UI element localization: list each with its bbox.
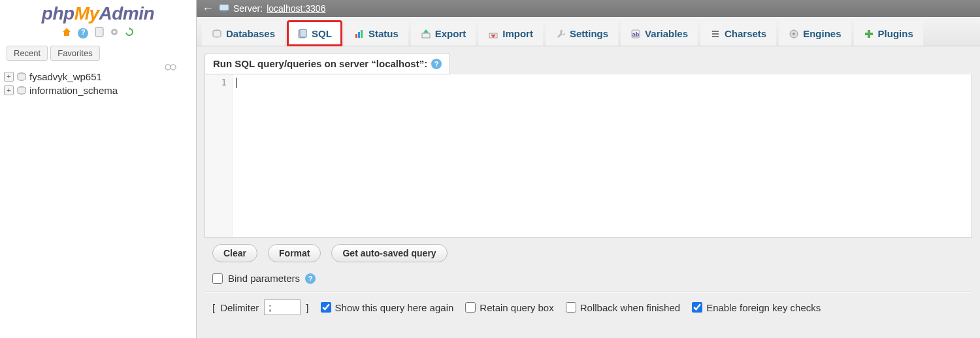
- svg-point-6: [171, 65, 176, 70]
- tab-label: Engines: [803, 28, 841, 39]
- delimiter-input[interactable]: [264, 300, 301, 315]
- svg-point-27: [792, 33, 795, 35]
- tree-item-db[interactable]: + fysadvyk_wp651: [4, 70, 192, 84]
- opt-retain[interactable]: Retain query box: [465, 302, 553, 313]
- sql-editor[interactable]: 1: [204, 74, 972, 238]
- database-icon: [16, 85, 27, 96]
- collapse-icon[interactable]: [165, 63, 176, 72]
- tab-plugins[interactable]: Plugins: [854, 21, 923, 46]
- logo-part-php: php: [42, 3, 74, 23]
- server-label-prefix: Server:: [233, 3, 263, 14]
- text-cursor: [237, 78, 237, 88]
- tab-import[interactable]: Import: [478, 21, 543, 46]
- tab-variables[interactable]: ab Variables: [621, 21, 698, 46]
- get-autosaved-button[interactable]: Get auto-saved query: [331, 244, 447, 262]
- tab-charsets[interactable]: Charsets: [700, 21, 776, 46]
- reload-icon[interactable]: [124, 27, 135, 39]
- gear-icon[interactable]: [109, 27, 120, 39]
- svg-rect-13: [300, 29, 306, 37]
- delimiter-group: [ Delimiter ]: [212, 300, 309, 315]
- svg-rect-10: [222, 11, 226, 12]
- svg-rect-16: [361, 30, 363, 38]
- sql-panel: Run SQL query/queries on server “localho…: [197, 46, 980, 338]
- opt-label: Retain query box: [480, 302, 553, 313]
- line-number: 1: [221, 77, 227, 87]
- tab-engines[interactable]: Engines: [779, 21, 851, 46]
- database-icon: [212, 29, 222, 39]
- tab-sql[interactable]: SQL: [287, 21, 342, 46]
- svg-rect-14: [355, 34, 357, 38]
- panel-heading-text: Run SQL query/queries on server “localho…: [213, 58, 427, 69]
- logo[interactable]: phpMyAdmin: [0, 0, 196, 25]
- fk-checkbox[interactable]: [692, 302, 702, 313]
- tab-databases[interactable]: Databases: [202, 21, 285, 46]
- opt-foreign-key[interactable]: Enable foreign key checks: [692, 302, 821, 313]
- tab-label: Settings: [570, 28, 608, 39]
- sql-icon: [297, 29, 308, 39]
- logo-part-admin: Admin: [99, 3, 155, 23]
- svg-rect-1: [95, 27, 103, 37]
- tab-export[interactable]: Export: [411, 21, 476, 46]
- tab-label: Export: [435, 28, 466, 39]
- panel-heading: Run SQL query/queries on server “localho…: [204, 53, 450, 74]
- recent-button[interactable]: Recent: [7, 46, 48, 61]
- expand-icon[interactable]: +: [4, 85, 14, 95]
- delimiter-label: Delimiter: [220, 302, 259, 313]
- help-icon[interactable]: ?: [305, 273, 316, 284]
- tree-item-db[interactable]: + information_schema: [4, 84, 192, 97]
- bracket-open: [: [212, 302, 215, 313]
- svg-point-3: [113, 31, 116, 33]
- editor-gutter: 1: [205, 74, 233, 237]
- sidebar-toolbar: ?: [0, 25, 196, 43]
- tree-item-label: fysadvyk_wp651: [29, 71, 102, 82]
- bracket-close: ]: [306, 302, 308, 313]
- home-icon[interactable]: [61, 27, 72, 39]
- tab-label: SQL: [312, 28, 332, 39]
- opt-label: Enable foreign key checks: [706, 302, 821, 313]
- tab-bar: Databases SQL Status Export Import Setti…: [197, 17, 980, 46]
- recent-favorites-toolbar: Recent Favorites: [0, 43, 196, 63]
- opt-label: Show this query here again: [335, 302, 454, 313]
- tab-label: Import: [502, 28, 533, 39]
- svg-rect-9: [220, 5, 229, 10]
- sql-doc-icon[interactable]: [95, 27, 104, 39]
- expand-icon[interactable]: +: [4, 72, 14, 82]
- server-icon: [219, 4, 229, 13]
- opt-show-again[interactable]: Show this query here again: [321, 302, 454, 313]
- bind-params-label: Bind parameters: [228, 273, 300, 284]
- clear-button[interactable]: Clear: [212, 244, 257, 262]
- bind-params-checkbox[interactable]: [212, 273, 223, 284]
- retain-checkbox[interactable]: [465, 302, 476, 313]
- topbar: ← Server: localhost:3306: [197, 0, 980, 17]
- wrench-icon: [555, 29, 566, 39]
- editor-textarea[interactable]: [233, 74, 972, 237]
- svg-text:ab: ab: [632, 31, 640, 38]
- variables-icon: ab: [630, 29, 641, 39]
- tab-label: Databases: [226, 28, 275, 39]
- svg-point-5: [165, 65, 171, 70]
- back-arrow-icon[interactable]: ←: [201, 2, 215, 16]
- sidebar: phpMyAdmin ? Recent Favorites + fysadvyk…: [0, 0, 196, 338]
- engines-icon: [789, 29, 799, 39]
- format-button[interactable]: Format: [268, 244, 321, 262]
- main-area: ← Server: localhost:3306 Databases SQL S…: [196, 0, 980, 338]
- show-again-checkbox[interactable]: [321, 302, 331, 313]
- plugin-icon: [864, 29, 874, 39]
- opt-rollback[interactable]: Rollback when finished: [566, 302, 680, 313]
- charsets-icon: [710, 29, 721, 39]
- help-icon[interactable]: ?: [431, 59, 442, 69]
- tab-settings[interactable]: Settings: [546, 21, 618, 46]
- svg-marker-0: [63, 28, 71, 36]
- tab-status[interactable]: Status: [344, 21, 408, 46]
- help-icon[interactable]: ?: [76, 27, 90, 38]
- export-icon: [421, 29, 431, 39]
- database-icon: [16, 72, 27, 82]
- rollback-checkbox[interactable]: [566, 302, 576, 313]
- tab-label: Status: [368, 28, 399, 39]
- editor-button-row: Clear Format Get auto-saved query: [204, 238, 972, 269]
- favorites-button[interactable]: Favorites: [50, 46, 99, 61]
- bind-params-row: Bind parameters ?: [204, 269, 972, 292]
- status-icon: [354, 29, 365, 39]
- logo-part-my: My: [74, 3, 99, 23]
- import-icon: [488, 29, 498, 39]
